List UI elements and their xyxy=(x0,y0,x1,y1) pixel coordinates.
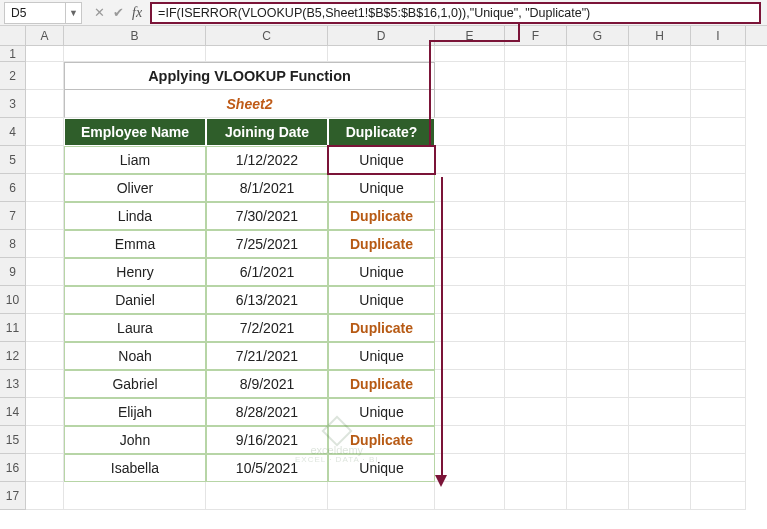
cell-A13[interactable] xyxy=(26,370,64,398)
cell[interactable] xyxy=(435,258,505,286)
cancel-icon[interactable]: ✕ xyxy=(94,5,105,21)
cell[interactable] xyxy=(435,314,505,342)
cell[interactable] xyxy=(629,90,691,118)
cell-dup-8[interactable]: Duplicate xyxy=(328,230,435,258)
cell-A15[interactable] xyxy=(26,426,64,454)
fx-icon[interactable]: fx xyxy=(132,5,142,21)
row-header-5[interactable]: 5 xyxy=(0,146,26,174)
cell[interactable] xyxy=(505,146,567,174)
cell-A11[interactable] xyxy=(26,314,64,342)
cell[interactable] xyxy=(629,146,691,174)
cell[interactable] xyxy=(691,174,746,202)
cell[interactable] xyxy=(691,482,746,510)
cell-name-7[interactable]: Linda xyxy=(64,202,206,230)
cell[interactable] xyxy=(567,230,629,258)
cell[interactable] xyxy=(505,90,567,118)
cell-A8[interactable] xyxy=(26,230,64,258)
cell-dup-11[interactable]: Duplicate xyxy=(328,314,435,342)
row-header-17[interactable]: 17 xyxy=(0,482,26,510)
row-header-9[interactable]: 9 xyxy=(0,258,26,286)
row-header-8[interactable]: 8 xyxy=(0,230,26,258)
cell[interactable] xyxy=(567,286,629,314)
cell-date-8[interactable]: 7/25/2021 xyxy=(206,230,328,258)
cell[interactable] xyxy=(435,230,505,258)
row-header-12[interactable]: 12 xyxy=(0,342,26,370)
cell[interactable] xyxy=(629,46,691,62)
cell[interactable] xyxy=(691,286,746,314)
cell-A2[interactable] xyxy=(26,62,64,90)
sheet-label-cell[interactable]: Sheet2 xyxy=(64,90,435,118)
cell-date-6[interactable]: 8/1/2021 xyxy=(206,174,328,202)
cell-A6[interactable] xyxy=(26,174,64,202)
cell[interactable] xyxy=(691,118,746,146)
col-header-I[interactable]: I xyxy=(691,26,746,45)
cell-name-8[interactable]: Emma xyxy=(64,230,206,258)
cell[interactable] xyxy=(629,370,691,398)
cell[interactable] xyxy=(567,258,629,286)
cell-name-10[interactable]: Daniel xyxy=(64,286,206,314)
row-header-14[interactable]: 14 xyxy=(0,398,26,426)
cell-dup-13[interactable]: Duplicate xyxy=(328,370,435,398)
cell-A3[interactable] xyxy=(26,90,64,118)
row-header-10[interactable]: 10 xyxy=(0,286,26,314)
select-all-corner[interactable] xyxy=(0,26,26,46)
cell-name-13[interactable]: Gabriel xyxy=(64,370,206,398)
row-header-3[interactable]: 3 xyxy=(0,90,26,118)
cell[interactable] xyxy=(691,258,746,286)
col-header-C[interactable]: C xyxy=(206,26,328,45)
cell[interactable] xyxy=(505,202,567,230)
cell[interactable] xyxy=(567,342,629,370)
cell-date-16[interactable]: 10/5/2021 xyxy=(206,454,328,482)
cell[interactable] xyxy=(435,426,505,454)
title-cell[interactable]: Applying VLOOKUP Function xyxy=(64,62,435,90)
cell-dup-7[interactable]: Duplicate xyxy=(328,202,435,230)
cell[interactable] xyxy=(691,454,746,482)
cell[interactable] xyxy=(629,398,691,426)
cell-date-7[interactable]: 7/30/2021 xyxy=(206,202,328,230)
cell[interactable] xyxy=(567,398,629,426)
col-header-G[interactable]: G xyxy=(567,26,629,45)
cell-A14[interactable] xyxy=(26,398,64,426)
row-header-16[interactable]: 16 xyxy=(0,454,26,482)
cell[interactable] xyxy=(328,46,435,62)
cell-date-9[interactable]: 6/1/2021 xyxy=(206,258,328,286)
cell-date-12[interactable]: 7/21/2021 xyxy=(206,342,328,370)
cell-name-15[interactable]: John xyxy=(64,426,206,454)
cell[interactable] xyxy=(567,314,629,342)
cell-dup-16[interactable]: Unique xyxy=(328,454,435,482)
cell[interactable] xyxy=(629,454,691,482)
row-header-2[interactable]: 2 xyxy=(0,62,26,90)
cell[interactable] xyxy=(691,370,746,398)
cell[interactable] xyxy=(629,314,691,342)
cell[interactable] xyxy=(629,62,691,90)
col-header-E[interactable]: E xyxy=(435,26,505,45)
cell[interactable] xyxy=(435,202,505,230)
cell-name-14[interactable]: Elijah xyxy=(64,398,206,426)
cell[interactable] xyxy=(435,398,505,426)
accept-icon[interactable]: ✔ xyxy=(113,5,124,21)
cell[interactable] xyxy=(629,118,691,146)
cell[interactable] xyxy=(629,258,691,286)
cell[interactable] xyxy=(505,342,567,370)
cell[interactable] xyxy=(505,62,567,90)
chevron-down-icon[interactable]: ▼ xyxy=(65,3,81,23)
cell[interactable] xyxy=(206,46,328,62)
cell-dup-9[interactable]: Unique xyxy=(328,258,435,286)
cell[interactable] xyxy=(206,482,328,510)
cell-dup-12[interactable]: Unique xyxy=(328,342,435,370)
cell[interactable] xyxy=(567,62,629,90)
cell[interactable] xyxy=(691,46,746,62)
header-date[interactable]: Joining Date xyxy=(206,118,328,146)
row-header-11[interactable]: 11 xyxy=(0,314,26,342)
cell-A12[interactable] xyxy=(26,342,64,370)
cell[interactable] xyxy=(505,46,567,62)
row-header-15[interactable]: 15 xyxy=(0,426,26,454)
cell-name-5[interactable]: Liam xyxy=(64,146,206,174)
cell[interactable] xyxy=(567,118,629,146)
cell[interactable] xyxy=(629,174,691,202)
cell[interactable] xyxy=(691,230,746,258)
cell-dup-10[interactable]: Unique xyxy=(328,286,435,314)
cell-dup-14[interactable]: Unique xyxy=(328,398,435,426)
cell-A5[interactable] xyxy=(26,146,64,174)
cell[interactable] xyxy=(505,454,567,482)
